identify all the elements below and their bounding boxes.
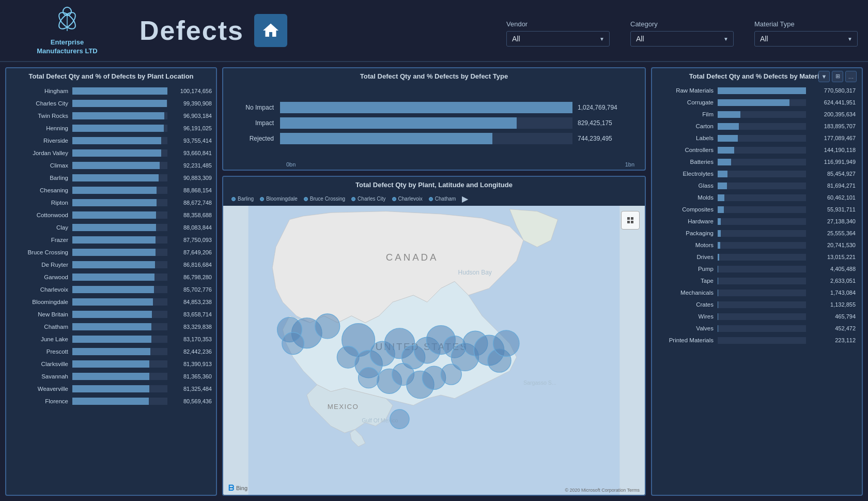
category-select[interactable]: All [630, 31, 734, 47]
vendor-select-wrapper[interactable]: All [506, 31, 610, 47]
plant-label: Clarksville [10, 361, 72, 367]
material-row[interactable]: Mechanicals 1,743,084 [658, 287, 856, 298]
material-row[interactable]: Corrugate 624,441,951 [658, 97, 856, 108]
plant-row[interactable]: Chesaning 88,868,154 [10, 185, 212, 196]
material-label: Corrugate [658, 99, 718, 105]
filter-icon-button[interactable]: ▼ [818, 71, 830, 82]
plant-bar-track [72, 100, 167, 107]
plant-bar-track [72, 87, 167, 95]
table-icon-button[interactable]: ⊞ [832, 71, 843, 82]
map-area[interactable]: CANADA UNITED STATES MEXICO Hudson Bay G… [223, 206, 645, 495]
plant-row[interactable]: Ripton 88,672,748 [10, 197, 212, 208]
material-label: Raw Materials [658, 87, 718, 94]
plant-row[interactable]: Savannah 81,365,360 [10, 371, 212, 382]
plant-row[interactable]: Charlevoix 85,702,776 [10, 284, 212, 295]
material-row[interactable]: Batteries 116,991,949 [658, 157, 856, 167]
plant-row[interactable]: Florence 80,569,436 [10, 396, 212, 407]
plant-bar-track [72, 348, 167, 355]
material-row[interactable]: Electrolytes 85,454,927 [658, 169, 856, 179]
plant-row[interactable]: Bruce Crossing 87,649,206 [10, 247, 212, 258]
material-row[interactable]: Composites 55,931,711 [658, 204, 856, 215]
material-value: 624,441,951 [809, 99, 856, 105]
plant-row[interactable]: Climax 92,231,485 [10, 160, 212, 171]
plant-bar-fill [72, 311, 152, 318]
material-row[interactable]: Crates 1,132,855 [658, 299, 856, 310]
legend-item: Chatham [429, 196, 456, 202]
plant-row[interactable]: Riverside 93,755,414 [10, 135, 212, 146]
material-row[interactable]: Wires 465,794 [658, 311, 856, 322]
plant-value: 99,390,908 [171, 100, 212, 107]
plant-bar-fill [72, 323, 151, 330]
material-bar-track [718, 290, 806, 296]
map-navigation[interactable] [621, 211, 640, 230]
material-list[interactable]: Raw Materials 770,580,317 Corrugate 624,… [652, 83, 862, 495]
plant-bar-fill [72, 286, 154, 293]
plant-row[interactable]: Weaverville 81,325,484 [10, 383, 212, 394]
material-row[interactable]: Glass 81,694,271 [658, 180, 856, 191]
material-value: 770,580,317 [809, 87, 856, 94]
material-bar-track [718, 242, 806, 249]
material-type-label: Material Type [754, 20, 858, 28]
material-bar-fill [718, 99, 789, 106]
material-row[interactable]: Motors 20,741,530 [658, 240, 856, 250]
material-type-select-wrapper[interactable]: All [754, 31, 858, 47]
defect-type-row[interactable]: Impact 829,425,175 [223, 117, 645, 129]
material-row[interactable]: Packaging 25,555,364 [658, 228, 856, 238]
plant-row[interactable]: Chatham 83,329,838 [10, 321, 212, 332]
plant-row[interactable]: Barling 90,883,309 [10, 172, 212, 184]
home-button[interactable] [254, 14, 287, 47]
material-row[interactable]: Drives 13,015,221 [658, 252, 856, 262]
material-bar-track [718, 123, 806, 130]
vendor-select[interactable]: All [506, 31, 610, 47]
material-row[interactable]: Molds 60,462,101 [658, 192, 856, 203]
plant-row[interactable]: Twin Rocks 96,903,184 [10, 110, 212, 122]
material-row[interactable]: Printed Materials 223,112 [658, 335, 856, 345]
plant-row[interactable]: Clarksville 81,390,913 [10, 358, 212, 370]
material-row[interactable]: Pump 4,405,488 [658, 264, 856, 274]
defect-bar-track [280, 133, 572, 144]
material-row[interactable]: Hardware 27,138,340 [658, 216, 856, 226]
plant-row[interactable]: Charles City 99,390,908 [10, 98, 212, 109]
defect-type-row[interactable]: Rejected 744,239,495 [223, 133, 645, 144]
defect-type-row[interactable]: No Impact 1,024,769,794 [223, 102, 645, 113]
plant-value: 87,750,093 [171, 237, 212, 243]
material-row[interactable]: Carton 183,895,707 [658, 121, 856, 131]
plant-row[interactable]: New Britain 83,658,714 [10, 309, 212, 320]
material-bar-track [718, 147, 806, 154]
material-row[interactable]: Controllers 144,190,118 [658, 145, 856, 155]
material-row[interactable]: Film 200,395,634 [658, 109, 856, 119]
material-row[interactable]: Tape 2,633,051 [658, 276, 856, 286]
category-select-wrapper[interactable]: All [630, 31, 734, 47]
plant-location-list[interactable]: Hingham 100,174,656 Charles City 99,390,… [6, 83, 216, 495]
panel-icons: ▼ ⊞ … [818, 71, 857, 82]
plant-row[interactable]: Henning 96,191,025 [10, 123, 212, 134]
material-row[interactable]: Labels 177,089,467 [658, 133, 856, 143]
plant-value: 100,174,656 [171, 88, 212, 94]
material-row[interactable]: Raw Materials 770,580,317 [658, 85, 856, 96]
plant-bar-fill [72, 125, 164, 132]
plant-row[interactable]: Prescott 82,442,236 [10, 346, 212, 357]
svg-point-35 [282, 332, 304, 355]
plant-row[interactable]: Bloomingdale 84,853,238 [10, 296, 212, 308]
plant-row[interactable]: Clay 88,083,844 [10, 222, 212, 233]
logo-icon [52, 5, 83, 36]
material-panel: Total Defect Qty and % Defects by Materi… [651, 67, 863, 496]
legend-more-arrow[interactable]: ▶ [462, 194, 468, 204]
legend-label: Barling [238, 196, 254, 202]
plant-row[interactable]: Frazer 87,750,093 [10, 234, 212, 246]
material-value: 27,138,340 [809, 218, 856, 224]
plant-row[interactable]: Garwood 86,798,280 [10, 271, 212, 283]
filters-area: Vendor All Category All Material Type Al… [303, 15, 858, 47]
plant-row[interactable]: Jordan Valley 93,660,841 [10, 147, 212, 159]
plant-value: 88,358,688 [171, 212, 212, 218]
material-bar-track [718, 159, 806, 165]
plant-row[interactable]: June Lake 83,170,353 [10, 333, 212, 345]
material-row[interactable]: Valves 452,472 [658, 323, 856, 333]
plant-row[interactable]: Hingham 100,174,656 [10, 85, 212, 97]
plant-value: 93,755,414 [171, 138, 212, 144]
more-icon-button[interactable]: … [845, 71, 857, 82]
plant-row[interactable]: Cottonwood 88,358,688 [10, 209, 212, 221]
plant-row[interactable]: De Ruyter 86,816,684 [10, 259, 212, 270]
map-title: Total Defect Qty by Plant, Latitude and … [223, 177, 645, 192]
material-type-select[interactable]: All [754, 31, 858, 47]
